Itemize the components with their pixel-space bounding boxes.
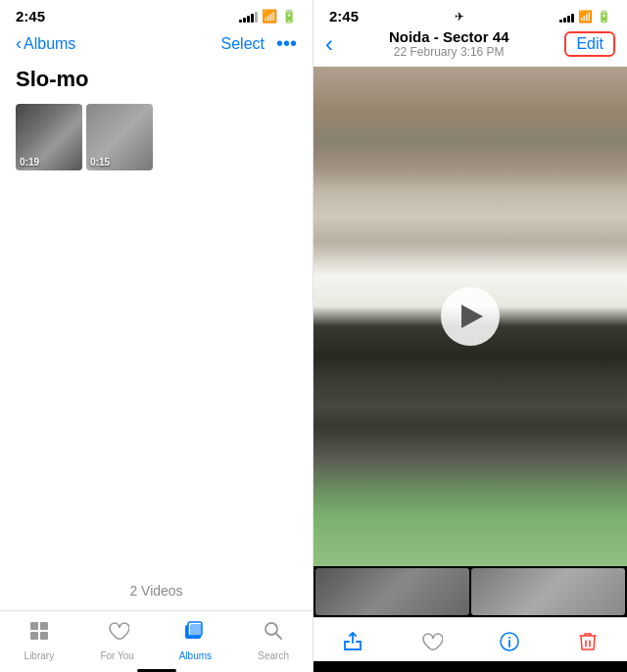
battery-icon: 🔋 (281, 9, 297, 24)
spacer (0, 170, 313, 583)
left-tab-bar: Library For You Albums (0, 610, 313, 665)
for-you-icon (106, 619, 129, 648)
albums-back-label: Albums (24, 35, 75, 53)
film-strip (314, 566, 627, 617)
album-title: Slo-mo (0, 63, 313, 104)
video-duration-2: 0:15 (90, 157, 110, 168)
video-subtitle: 22 February 3:16 PM (333, 45, 564, 59)
video-title: Noida - Sector 44 (333, 28, 564, 45)
for-you-label: For You (100, 650, 133, 661)
bar2 (243, 18, 246, 23)
videos-count: 2 Videos (0, 583, 313, 610)
tab-for-you[interactable]: For You (78, 619, 157, 661)
left-time: 2:45 (16, 8, 45, 24)
svg-rect-3 (40, 632, 48, 640)
nav-actions: Select ••• (221, 32, 297, 55)
video-duration-1: 0:19 (20, 157, 39, 168)
right-status-icons: 📶 🔋 (559, 10, 611, 24)
rbar3 (567, 16, 570, 23)
left-panel: 2:45 📶 🔋 ‹ Albums Select ••• Slo-mo (0, 0, 314, 672)
play-button[interactable] (441, 287, 500, 346)
video-thumbnail-1[interactable]: 0:19 (16, 104, 82, 170)
rbar4 (571, 14, 574, 23)
right-signal (559, 11, 574, 23)
play-icon (461, 305, 483, 328)
albums-back-button[interactable]: ‹ Albums (16, 33, 75, 54)
video-container[interactable] (314, 67, 627, 566)
more-icon: ••• (276, 32, 297, 55)
left-nav: ‹ Albums Select ••• (0, 28, 313, 63)
edit-button[interactable]: Edit (564, 31, 615, 57)
albums-label: Albums (179, 650, 212, 661)
svg-rect-1 (40, 622, 48, 630)
bar1 (239, 20, 242, 23)
film-thumb-1 (315, 568, 469, 615)
svg-rect-0 (30, 622, 38, 630)
video-thumbnail-2[interactable]: 0:15 (86, 104, 153, 170)
left-status-bar: 2:45 📶 🔋 (0, 0, 313, 28)
share-button[interactable] (329, 626, 376, 657)
svg-point-11 (508, 637, 510, 639)
right-time: 2:45 (329, 8, 359, 24)
wifi-icon: 📶 (262, 9, 277, 24)
signal-bars (239, 11, 258, 23)
favorite-button[interactable] (408, 626, 455, 657)
info-button[interactable] (486, 626, 533, 657)
tab-library[interactable]: Library (0, 619, 78, 661)
delete-button[interactable] (564, 626, 611, 657)
right-battery-icon: 🔋 (597, 10, 611, 24)
home-indicator-right (451, 665, 490, 668)
select-button[interactable]: Select (221, 35, 265, 53)
right-location-icon: ✈ (455, 10, 464, 24)
right-toolbar (314, 617, 627, 661)
search-label: Search (258, 650, 289, 661)
library-icon (27, 619, 51, 648)
right-nav: ‹ Noida - Sector 44 22 February 3:16 PM … (314, 26, 627, 67)
tab-search[interactable]: Search (234, 619, 313, 661)
svg-rect-2 (30, 632, 38, 640)
albums-icon (183, 619, 207, 648)
search-icon (262, 619, 285, 648)
film-thumb-2 (471, 568, 625, 615)
more-button[interactable]: ••• (276, 32, 297, 55)
library-label: Library (24, 650, 55, 661)
svg-line-8 (276, 634, 282, 640)
right-panel: 2:45 ✈ 📶 🔋 ‹ Noida - Sector 44 22 Februa… (314, 0, 627, 672)
rbar2 (563, 18, 566, 23)
rbar1 (559, 20, 562, 23)
tab-albums[interactable]: Albums (157, 619, 235, 661)
right-title-area: Noida - Sector 44 22 February 3:16 PM (333, 28, 564, 59)
left-status-icons: 📶 🔋 (239, 9, 297, 24)
svg-rect-6 (190, 624, 202, 636)
bar3 (247, 16, 250, 23)
right-back-button[interactable]: ‹ (325, 30, 333, 58)
bar5 (255, 12, 258, 23)
right-wifi-icon: 📶 (578, 10, 593, 24)
thumbnails-grid: 0:19 0:15 (0, 104, 313, 170)
bar4 (251, 14, 254, 23)
back-chevron-icon: ‹ (16, 33, 22, 54)
